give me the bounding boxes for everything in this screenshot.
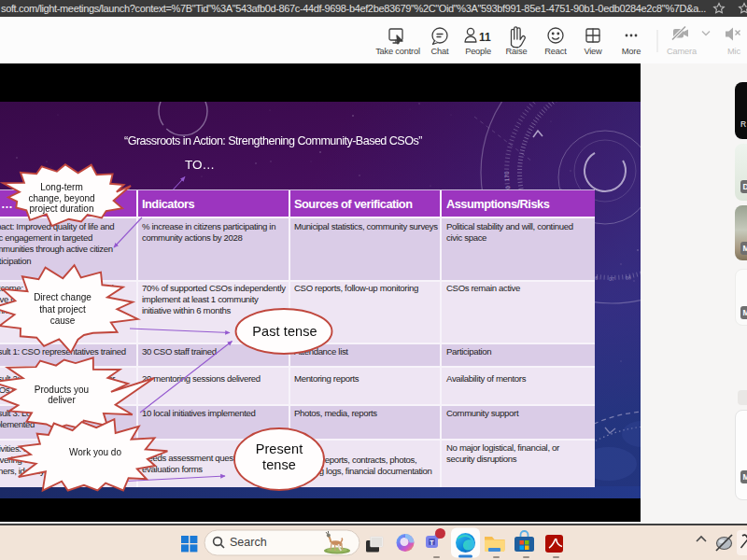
svg-text:Work you do: Work you do <box>69 447 121 457</box>
svg-text:that project: that project <box>39 304 86 315</box>
svg-text:Search: Search <box>230 536 267 549</box>
svg-text:Past tense: Past tense <box>252 324 317 339</box>
svg-text:deliver: deliver <box>48 395 76 405</box>
svg-text:T: T <box>430 539 434 546</box>
svg-text:Direct change: Direct change <box>34 292 92 302</box>
svg-text:Long-term: Long-term <box>40 182 83 192</box>
svg-text:Present: Present <box>256 441 303 456</box>
svg-text:tense: tense <box>262 457 296 472</box>
svg-text:change, beyond: change, beyond <box>28 193 94 203</box>
svg-text:cause: cause <box>50 315 76 326</box>
svg-text:Products you: Products you <box>35 385 89 395</box>
svg-text:project duration: project duration <box>30 203 94 214</box>
